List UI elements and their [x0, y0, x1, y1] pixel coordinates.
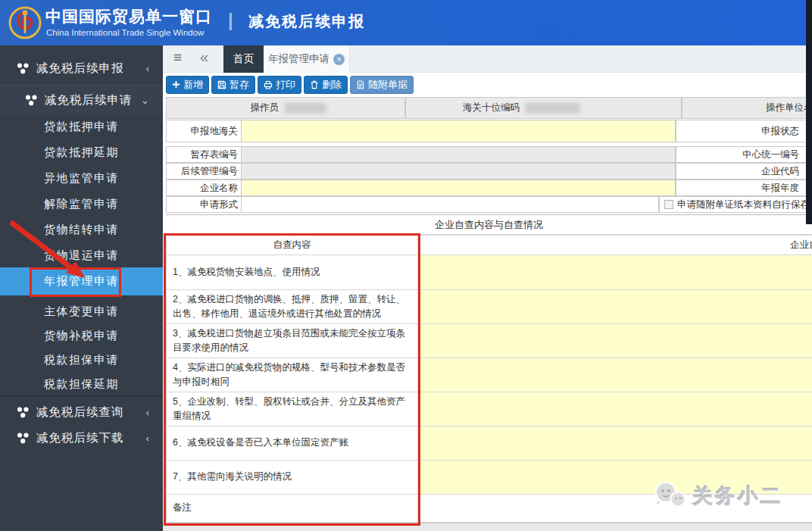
follow-no-field	[241, 163, 676, 180]
module-icon	[17, 432, 30, 445]
save-icon	[217, 80, 226, 89]
declare-status-label: 申报状态	[761, 125, 799, 138]
tab-home[interactable]: 首页	[223, 45, 264, 73]
add-button[interactable]: 新增	[166, 76, 209, 94]
sidebar-group-label: 减免税后续申请	[45, 92, 133, 108]
module-icon	[17, 62, 30, 75]
save-draft-button[interactable]: 暂存	[211, 76, 255, 94]
apply-form-label-cell: 申请形式	[166, 196, 241, 213]
tab-annual-report[interactable]: 年报管理申请 ×	[264, 45, 350, 73]
delete-button[interactable]: 删除	[304, 76, 348, 94]
sidebar-item-loan-pledge-extend[interactable]: 贷款抵押延期	[0, 139, 163, 165]
self-check-answer-cell[interactable]	[418, 461, 812, 495]
printer-icon	[264, 80, 273, 89]
sidebar-group-followup-apply[interactable]: 减免税后续申请 ⌄	[0, 85, 163, 115]
form-row-follow-no: 后续管理编号 企业代码	[163, 163, 812, 180]
declare-customs-label-cell: 申报地海关	[166, 120, 241, 142]
temp-no-label-cell: 暂存表编号	[166, 146, 241, 163]
remark-label-cell: 备注	[166, 495, 418, 523]
sidebar-item-goods-return[interactable]: 货物退运申请	[0, 242, 163, 268]
apply-form-input[interactable]	[241, 196, 659, 213]
report-year-label: 年报年度	[761, 182, 799, 195]
attach-paper-checkbox-label: 申请随附单证纸本资料自行保存	[677, 198, 810, 211]
operator-value-redacted	[285, 103, 326, 114]
self-check-item: 4、实际进口的减免税货物的规格、型号和技术参数是否与申报时相同	[166, 358, 418, 392]
sidebar: 减免税后续申报 ‹ 减免税后续申请 ⌄ 贷款抵押申请 贷款抵押延期 异地监管申请…	[0, 45, 163, 531]
form-row-temp-no: 暂存表编号 中心统一编号	[163, 146, 812, 163]
main-content: ≡ « 首页 年报管理申请 × 新增 暂存	[163, 45, 812, 531]
customs-code-value-redacted	[526, 103, 580, 114]
collapse-sidebar-icon[interactable]: «	[200, 48, 207, 66]
company-name-label-cell: 企业名称	[166, 180, 241, 196]
page-title: 减免税后续申报	[248, 11, 365, 32]
brand-title: 中国国际贸易单一窗口	[45, 6, 212, 27]
self-check-answer-cell[interactable]	[418, 392, 812, 426]
sidebar-group-followup-query[interactable]: 减免税后续查询 ‹	[0, 398, 163, 426]
sidebar-item-tax-guarantee-extend[interactable]: 税款担保延期	[0, 371, 163, 397]
self-check-item: 5、企业改制、转型、股权转让或合并、分立及其他资产重组情况	[166, 392, 418, 426]
self-check-item: 3、减免税进口货物超立项条目范围或未能完全按立项条目要求使用的情况	[166, 324, 418, 358]
apply-form-label: 申请形式	[200, 198, 238, 211]
chevron-left-icon: ‹	[146, 433, 150, 444]
self-check-item: 7、其他需向海关说明的情况	[166, 461, 418, 495]
self-check-answer-cell[interactable]	[418, 324, 812, 358]
form-row-company-name: 企业名称 年报年度	[163, 180, 812, 196]
self-check-answer-cell[interactable]	[418, 358, 812, 392]
sidebar-item-goods-tax-supplement[interactable]: 货物补税申请	[0, 323, 163, 348]
temp-no-label: 暂存表编号	[191, 148, 239, 161]
close-tab-icon[interactable]: ×	[333, 54, 345, 65]
self-check-col1-header: 自查内容	[166, 235, 418, 255]
declare-customs-input[interactable]	[241, 120, 676, 142]
self-check-answer-cell[interactable]	[418, 255, 812, 290]
attach-paper-checkbox[interactable]	[664, 200, 673, 209]
menu-icon[interactable]: ≡	[173, 49, 182, 66]
center-no-label: 中心统一编号	[742, 148, 799, 161]
self-check-answer-cell[interactable]	[418, 426, 812, 461]
remark-input-cell[interactable]	[418, 495, 812, 523]
single-window-app: 中国国际贸易单一窗口 China International Trade Sin…	[0, 0, 812, 531]
operating-unit-field: 操作单位名称	[682, 97, 812, 119]
self-check-answer-cell[interactable]	[418, 290, 812, 324]
page-background	[163, 523, 812, 531]
sidebar-item-annual-report[interactable]: 年报管理申请	[0, 267, 163, 295]
print-button[interactable]: 打印	[258, 76, 301, 94]
toolbar: 新增 暂存 打印 删除	[163, 73, 812, 96]
chevron-down-icon: ⌄	[141, 95, 150, 106]
operator-field: 操作员	[166, 97, 405, 119]
self-check-item: 1、减免税货物安装地点、使用情况	[166, 255, 418, 290]
sidebar-item-loan-pledge-apply[interactable]: 贷款抵押申请	[0, 114, 163, 139]
declare-customs-label: 申报地海关	[191, 125, 239, 138]
center-no-label-cell: 中心统一编号	[676, 146, 807, 163]
customs-code-field: 海关十位编码	[405, 97, 682, 119]
module-icon	[25, 94, 38, 107]
follow-no-label: 后续管理编号	[181, 165, 238, 178]
self-check-item: 6、减免税设备是否已入本单位固定资产账	[166, 426, 418, 461]
module-icon	[17, 406, 30, 419]
self-check-section-title: 企业自查内容与自查情况	[166, 214, 812, 235]
window-edge	[806, 0, 812, 224]
sidebar-item-tax-guarantee-apply[interactable]: 税款担保申请	[0, 347, 163, 373]
sidebar-divider	[0, 395, 163, 396]
company-name-input[interactable]	[241, 180, 676, 196]
tab-label: 年报管理申请	[268, 52, 329, 66]
sidebar-group-followup-download[interactable]: 减免税后续下载 ‹	[0, 424, 163, 451]
self-check-item: 2、减免税进口货物的调换、抵押、质押、留置、转让、出售、移作他用、退运境外或进行…	[166, 290, 418, 324]
sidebar-item-subject-change[interactable]: 主体变更申请	[0, 298, 163, 324]
sidebar-group-followup-declare[interactable]: 减免税后续申报 ‹	[0, 53, 163, 83]
customs-code-label: 海关十位编码	[406, 102, 520, 114]
attached-documents-button[interactable]: 随附单据	[350, 76, 414, 94]
sidebar-group-label: 减免税后续申报	[36, 61, 124, 77]
chevron-left-icon: ‹	[146, 63, 150, 74]
report-year-label-cell: 年报年度	[676, 180, 807, 196]
sidebar-item-goods-transfer[interactable]: 货物结转申请	[0, 217, 163, 242]
sidebar-item-release-supervision[interactable]: 解除监管申请	[0, 191, 163, 217]
sidebar-item-remote-supervision[interactable]: 异地监管申请	[0, 165, 163, 191]
trash-icon	[310, 80, 319, 89]
company-name-label: 企业名称	[200, 182, 238, 195]
form-row-declare-customs: 申报地海关 申报状态	[163, 120, 812, 142]
sidebar-group-label: 减免税后续下载	[36, 430, 124, 446]
operating-unit-label: 操作单位名称	[682, 102, 812, 114]
plus-icon	[172, 80, 180, 89]
company-code-label-cell: 企业代码	[676, 163, 807, 180]
operator-label: 操作员	[167, 102, 279, 114]
